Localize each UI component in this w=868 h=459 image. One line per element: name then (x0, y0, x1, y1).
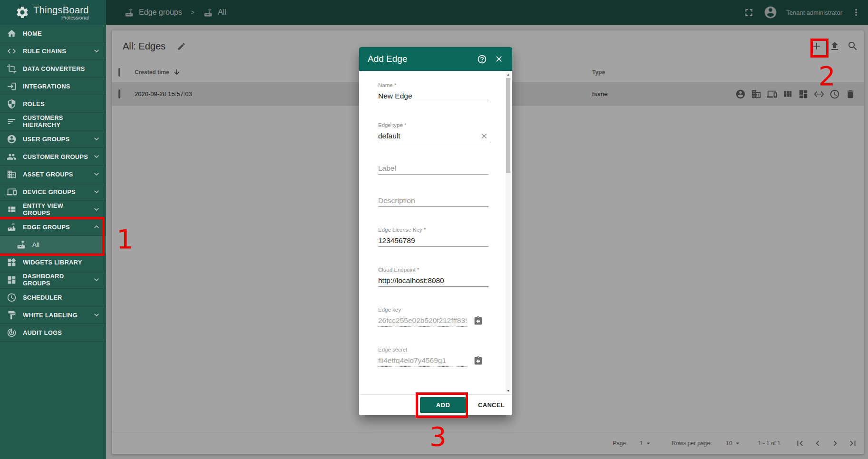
integrations-icon (7, 81, 17, 91)
license-key-value: 123456789 (378, 236, 415, 245)
sidebar-item-label: ROLES (23, 100, 45, 107)
edge-key-value: 26fcc255e02b520f212fff839 (378, 316, 467, 325)
chevron-down-icon (92, 187, 101, 196)
field-label: Label (378, 162, 488, 175)
sidebar-item-user-groups[interactable]: USER GROUPS (0, 130, 106, 148)
sidebar-item-label: SCHEDULER (23, 294, 62, 301)
sidebar-item-label: CUSTOMER GROUPS (23, 153, 88, 160)
edge-key-input: 26fcc255e02b520f212fff839 (378, 314, 467, 327)
customers-hierarchy-icon (7, 117, 17, 127)
entity-view-groups-icon (7, 205, 17, 215)
sidebar-item-device-groups[interactable]: DEVICE GROUPS (0, 183, 106, 201)
sidebar-item-label: WHITE LABELING (23, 312, 78, 319)
edge-all-icon (16, 240, 26, 250)
dialog-body: Name * New Edge Edge type * default Labe… (359, 71, 506, 394)
cloud-endpoint-input[interactable]: http://localhost:8080 (378, 274, 488, 287)
field-name: Name * New Edge (378, 82, 488, 102)
edge-secret-value: fli4etfq4elo7y4569g1 (378, 356, 446, 365)
dialog-scrollbar[interactable]: ▲ ▼ (506, 72, 511, 393)
name-field-label: Name * (378, 82, 488, 90)
sidebar-item-dashboard-groups[interactable]: DASHBOARD GROUPS (0, 271, 106, 289)
add-button[interactable]: ADD (420, 397, 466, 413)
copy-edge-secret-icon[interactable] (473, 356, 483, 366)
sidebar-item-integrations[interactable]: INTEGRATIONS (0, 78, 106, 95)
sidebar-item-roles[interactable]: ROLES (0, 95, 106, 113)
brand-edition: Professional (61, 15, 89, 20)
name-value: New Edge (378, 92, 412, 100)
white-labeling-icon (7, 310, 17, 320)
sidebar-item-widgets-library[interactable]: WIDGETS LIBRARY (0, 254, 106, 271)
dashboard-groups-icon (7, 275, 17, 285)
sidebar-item-label: HOME (23, 30, 42, 37)
sidebar-item-rule-chains[interactable]: RULE CHAINS (0, 42, 106, 60)
scroll-up-icon[interactable]: ▲ (506, 72, 511, 77)
sidebar-item-data-converters[interactable]: DATA CONVERTERS (0, 60, 106, 78)
edge-secret-input: fli4etfq4elo7y4569g1 (378, 354, 467, 367)
description-input[interactable]: Description (378, 195, 488, 207)
sidebar-item-edge-groups-all[interactable]: All (0, 236, 106, 254)
license-key-input[interactable]: 123456789 (378, 234, 488, 247)
sidebar-item-label: EDGE GROUPS (23, 224, 70, 231)
label-placeholder: Label (378, 164, 396, 173)
sidebar-item-label: WIDGETS LIBRARY (23, 259, 82, 266)
sidebar-item-label: ASSET GROUPS (23, 171, 73, 178)
sidebar-item-edge-groups[interactable]: EDGE GROUPS (0, 218, 106, 236)
sidebar-item-asset-groups[interactable]: ASSET GROUPS (0, 166, 106, 183)
app-root: ThingsBoard Professional Edge groups > A… (0, 0, 868, 459)
license-key-field-label: Edge License Key * (378, 227, 488, 234)
cloud-endpoint-field-label: Cloud Endpoint * (378, 267, 488, 274)
scheduler-clock-icon (7, 293, 17, 303)
sidebar-item-label: DEVICE GROUPS (23, 188, 76, 195)
sidebar-item-audit-logs[interactable]: AUDIT LOGS (0, 324, 106, 342)
label-input[interactable]: Label (378, 162, 488, 175)
customer-groups-icon (7, 152, 17, 162)
rule-chains-icon (7, 46, 17, 56)
device-groups-icon (7, 187, 17, 197)
sidebar-item-label: ENTITY VIEW GROUPS (23, 202, 92, 216)
chevron-down-icon (92, 205, 101, 214)
sidebar-item-home[interactable]: HOME (0, 25, 106, 42)
edge-type-input[interactable]: default (378, 130, 488, 142)
sidebar-item-label: DATA CONVERTERS (23, 65, 85, 72)
asset-groups-icon (7, 169, 17, 179)
sidebar-item-entity-view-groups[interactable]: ENTITY VIEW GROUPS (0, 201, 106, 218)
help-icon[interactable] (477, 54, 487, 64)
sidebar-item-label: USER GROUPS (23, 136, 69, 143)
scrollbar-thumb[interactable] (506, 78, 510, 173)
sidebar-item-label: AUDIT LOGS (23, 329, 62, 336)
field-edge-type: Edge type * default (378, 122, 488, 142)
edge-groups-icon (7, 222, 17, 232)
dialog-header: Add Edge (359, 47, 512, 71)
dialog-footer: ADD CANCEL (359, 394, 512, 415)
field-license-key: Edge License Key * 123456789 (378, 227, 488, 247)
sidebar-item-label: CUSTOMERS HIERARCHY (23, 114, 101, 128)
close-icon[interactable] (494, 54, 504, 64)
field-description: Description (378, 195, 488, 207)
sidebar-item-label: INTEGRATIONS (23, 83, 70, 90)
scroll-down-icon[interactable]: ▼ (506, 388, 511, 393)
data-converters-icon (7, 64, 17, 74)
thingsboard-logo-icon (15, 5, 29, 20)
user-groups-icon (7, 134, 17, 144)
clear-edge-type-icon[interactable] (480, 132, 488, 140)
audit-logs-icon (7, 328, 17, 338)
sidebar-item-customers-hierarchy[interactable]: CUSTOMERS HIERARCHY (0, 113, 106, 130)
dialog-title: Add Edge (368, 54, 407, 64)
edge-secret-field-label: Edge secret (378, 347, 488, 354)
chevron-down-icon (92, 134, 101, 144)
home-icon (7, 29, 17, 39)
cancel-button[interactable]: CANCEL (473, 397, 509, 413)
sidebar-item-white-labeling[interactable]: WHITE LABELING (0, 306, 106, 324)
edge-type-value: default (378, 132, 400, 140)
copy-edge-key-icon[interactable] (473, 316, 483, 326)
chevron-down-icon (92, 275, 101, 284)
logo: ThingsBoard Professional (0, 0, 106, 25)
sidebar-item-scheduler[interactable]: SCHEDULER (0, 289, 106, 306)
roles-shield-icon (7, 99, 17, 109)
widgets-library-icon (7, 257, 17, 267)
name-input[interactable]: New Edge (378, 90, 488, 102)
sidebar-item-label: DASHBOARD GROUPS (23, 273, 92, 287)
chevron-down-icon (92, 152, 101, 161)
chevron-down-icon (92, 46, 101, 56)
sidebar-item-customer-groups[interactable]: CUSTOMER GROUPS (0, 148, 106, 166)
